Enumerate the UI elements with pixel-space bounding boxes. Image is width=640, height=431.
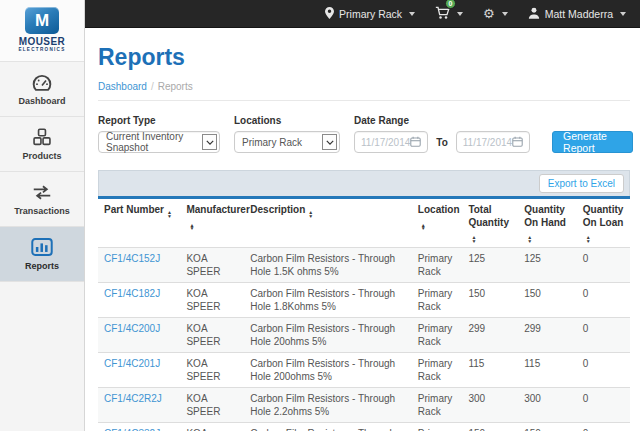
sidebar-item-label: Products: [22, 151, 61, 161]
date-to-value: 11/17/2014: [463, 137, 512, 148]
main-content: Reports Dashboard/Reports Report Type Cu…: [86, 28, 640, 431]
quantity-on-hand-cell: 300: [518, 388, 577, 423]
manufacturer-cell: KOA SPEER: [180, 283, 244, 318]
manufacturer-cell: KOA SPEER: [180, 388, 244, 423]
table-header-row: Part Number▲▼ Manufacturer▲▼ Description…: [98, 199, 630, 248]
table-row: CF1/4C182JKOA SPEERCarbon Film Resistors…: [98, 283, 630, 318]
part-number-link[interactable]: CF1/4C2R2J: [104, 393, 162, 404]
calendar-icon: [410, 136, 421, 149]
date-range-label: Date Range: [354, 115, 633, 126]
date-to-input[interactable]: 11/17/2014: [456, 131, 530, 153]
report-table-body: CF1/4C152JKOA SPEERCarbon Film Resistors…: [98, 248, 630, 431]
report-panel: Export to Excel Part Number▲▼ Manufactur…: [98, 170, 630, 431]
gear-icon: ⚙: [483, 7, 495, 20]
date-to-label: To: [436, 137, 447, 148]
column-header-quantity-on-hand[interactable]: Quantity On Hand▲▼: [518, 199, 577, 248]
quantity-on-hand-cell: 150: [518, 423, 577, 431]
total-quantity-cell: 150: [462, 283, 518, 318]
total-quantity-cell: 125: [462, 248, 518, 283]
generate-report-button[interactable]: Generate Report: [552, 131, 633, 153]
settings-menu[interactable]: ⚙: [483, 7, 508, 20]
panel-header-strip: Export to Excel: [98, 170, 630, 196]
sort-icon: ▲▼: [586, 236, 591, 243]
quantity-on-loan-cell: 0: [577, 318, 630, 353]
chevron-down-icon: [457, 12, 463, 16]
part-number-link[interactable]: CF1/4C201J: [104, 358, 160, 369]
column-header-description[interactable]: Description▲▼: [244, 199, 412, 248]
sidebar-item-dashboard[interactable]: Dashboard: [0, 62, 84, 117]
sort-icon: ▲▼: [527, 236, 532, 243]
cart-menu[interactable]: 0: [435, 6, 463, 22]
table-row: CF1/4C201JKOA SPEERCarbon Film Resistors…: [98, 353, 630, 388]
user-menu[interactable]: Matt Madderra: [528, 7, 626, 21]
sidebar-item-label: Transactions: [14, 206, 70, 216]
description-cell: Carbon Film Resistors - Through Hole 1.8…: [244, 283, 412, 318]
total-quantity-cell: 300: [462, 388, 518, 423]
sidebar: M MOUSER ELECTRONICS Dashboard Products: [0, 0, 85, 431]
dashboard-gauge-icon: [32, 72, 52, 92]
sidebar-item-products[interactable]: Products: [0, 117, 84, 172]
location-cell: Primary Rack: [412, 318, 463, 353]
description-cell: Carbon Film Resistors - Through Hole 1.5…: [244, 248, 412, 283]
quantity-on-loan-cell: 0: [577, 353, 630, 388]
sidebar-item-label: Dashboard: [18, 96, 65, 106]
chevron-down-icon: [409, 12, 415, 16]
report-filters: Report Type Current Inventory Snapshot L…: [98, 115, 630, 153]
chevron-down-icon: [620, 12, 626, 16]
column-header-location[interactable]: Location▲▼: [412, 199, 463, 248]
user-icon: [528, 7, 540, 21]
description-cell: Carbon Film Resistors - Through Hole 2.2…: [244, 388, 412, 423]
cart-icon: 0: [435, 6, 450, 22]
locations-label: Locations: [234, 115, 340, 126]
quantity-on-loan-cell: 0: [577, 283, 630, 318]
total-quantity-cell: 299: [462, 318, 518, 353]
export-to-excel-button[interactable]: Export to Excel: [539, 174, 624, 193]
sort-icon: ▲▼: [189, 224, 194, 231]
part-number-link[interactable]: CF1/4C182J: [104, 288, 160, 299]
page-title: Reports: [98, 44, 630, 71]
transactions-arrows-icon: [31, 182, 53, 202]
column-header-quantity-on-loan[interactable]: Quantity On Loan▲▼: [577, 199, 630, 248]
description-cell: Carbon Film Resistors - Through Hole 20o…: [244, 318, 412, 353]
total-quantity-cell: 150: [462, 423, 518, 431]
manufacturer-cell: KOA SPEER: [180, 318, 244, 353]
column-header-total-quantity[interactable]: Total Quantity▲▼: [462, 199, 518, 248]
manufacturer-cell: KOA SPEER: [180, 423, 244, 431]
part-number-link[interactable]: CF1/4C152J: [104, 253, 160, 264]
part-number-link[interactable]: CF1/4C200J: [104, 323, 160, 334]
part-number-cell: CF1/4C2R2J: [98, 388, 180, 423]
select-dropdown-icon: [322, 134, 337, 150]
table-row: CF1/4C152JKOA SPEERCarbon Film Resistors…: [98, 248, 630, 283]
table-row: CF1/4C332JKOA SPEERCarbon Film Resistors…: [98, 423, 630, 431]
breadcrumb-dashboard-link[interactable]: Dashboard: [98, 81, 147, 92]
report-type-value: Current Inventory Snapshot: [106, 131, 197, 153]
column-header-part-number[interactable]: Part Number▲▼: [98, 199, 180, 248]
breadcrumb: Dashboard/Reports: [98, 81, 630, 101]
locations-select[interactable]: Primary Rack: [234, 131, 340, 153]
part-number-cell: CF1/4C152J: [98, 248, 180, 283]
user-name: Matt Madderra: [545, 8, 613, 20]
part-number-cell: CF1/4C182J: [98, 283, 180, 318]
location-cell: Primary Rack: [412, 353, 463, 388]
quantity-on-loan-cell: 0: [577, 248, 630, 283]
sidebar-item-transactions[interactable]: Transactions: [0, 172, 84, 227]
products-cubes-icon: [32, 127, 52, 147]
description-cell: Carbon Film Resistors - Through Hole 3.3…: [244, 423, 412, 431]
calendar-icon: [512, 136, 523, 149]
cart-count-badge: 0: [445, 0, 456, 9]
date-from-value: 11/17/2014: [361, 137, 410, 148]
column-header-manufacturer[interactable]: Manufacturer▲▼: [180, 199, 244, 248]
location-cell: Primary Rack: [412, 388, 463, 423]
location-menu[interactable]: Primary Rack: [325, 7, 415, 21]
brand-subname: ELECTRONICS: [18, 47, 65, 53]
mouser-logo[interactable]: M MOUSER ELECTRONICS: [0, 0, 84, 62]
report-type-select[interactable]: Current Inventory Snapshot: [98, 131, 220, 153]
quantity-on-hand-cell: 125: [518, 248, 577, 283]
mouser-logo-mark: M: [25, 7, 59, 34]
sidebar-item-reports[interactable]: Reports: [0, 227, 84, 282]
sort-icon: ▲▼: [421, 224, 426, 231]
table-row: CF1/4C200JKOA SPEERCarbon Film Resistors…: [98, 318, 630, 353]
date-from-input[interactable]: 11/17/2014: [354, 131, 428, 153]
report-type-label: Report Type: [98, 115, 220, 126]
description-cell: Carbon Film Resistors - Through Hole 200…: [244, 353, 412, 388]
